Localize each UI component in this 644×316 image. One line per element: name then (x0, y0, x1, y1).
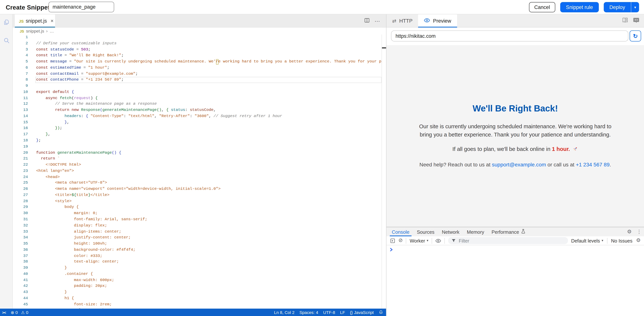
code-line[interactable]: 25 <meta charset="UTF-8"> (13, 180, 382, 186)
code-line[interactable]: 21 return ` (13, 156, 382, 162)
code-line[interactable]: 40 .container { (13, 271, 382, 277)
devtools-tabs: ConsoleSourcesNetworkMemoryPerformance (386, 227, 644, 236)
code-line[interactable]: 12 // Serve the maintenance page as a re… (13, 101, 382, 107)
code-line[interactable]: 28 <style> (13, 198, 382, 204)
code-line[interactable]: 9 (13, 83, 382, 89)
code-line[interactable]: 33 align-items: center; (13, 229, 382, 235)
worker-context-dropdown[interactable]: Worker ▾ (410, 238, 428, 243)
code-line[interactable]: 15 }, (13, 120, 382, 125)
deploy-button[interactable]: Deploy (604, 2, 631, 12)
code-line[interactable]: 6const estimatedTime = "1 hour"; (13, 65, 382, 71)
code-line[interactable]: 7const contactEmail = "support@example.c… (13, 71, 382, 77)
console-sidebar-toggle-icon[interactable] (390, 238, 395, 243)
code-line[interactable]: 2// Define your customizable inputs (13, 41, 382, 47)
code-line[interactable]: 32 display: flex; (13, 223, 382, 229)
log-levels-dropdown[interactable]: Default levels ▾ (571, 238, 603, 243)
code-line[interactable]: 35 height: 100vh; (13, 241, 382, 247)
files-icon[interactable] (3, 19, 10, 28)
code-line[interactable]: 34 justify-content: center; (13, 235, 382, 241)
code-line[interactable]: 26 <meta name="viewport" content="width=… (13, 186, 382, 192)
clear-console-icon[interactable]: ⊘ (398, 238, 403, 243)
code-line[interactable]: 10export default { (13, 89, 382, 95)
breadcrumb-more[interactable]: … (50, 29, 54, 33)
devtools-tab-memory[interactable]: Memory (463, 227, 488, 236)
refresh-button[interactable]: ↻ (630, 31, 641, 42)
line-number: 6 (13, 65, 28, 71)
search-icon[interactable] (3, 37, 10, 46)
code-line[interactable]: 18}; (13, 138, 382, 144)
code-line[interactable]: 11 async fetch(request) { (13, 95, 382, 101)
code-line[interactable]: 39 } (13, 265, 382, 271)
discord-icon[interactable] (633, 17, 640, 25)
code-line[interactable]: 41 max-width: 600px; (13, 277, 382, 283)
console-settings-gear-icon[interactable]: ⚙ (636, 238, 641, 243)
url-input[interactable] (391, 31, 628, 42)
code-line[interactable]: 36 background-color: #f4f4f4; (13, 247, 382, 253)
code-line[interactable]: 43 } (13, 289, 382, 295)
eol-type[interactable]: LF (340, 310, 345, 314)
deploy-dropdown-button[interactable]: ▾ (631, 2, 639, 12)
console-filter[interactable] (448, 237, 568, 244)
code-line[interactable]: 31 font-family: Arial, sans-serif; (13, 216, 382, 222)
more-actions-icon[interactable]: ⋯ (374, 18, 380, 24)
code-line[interactable]: 24 <head> (13, 174, 382, 180)
code-line[interactable]: 14 headers: { "Content-Type": "text/html… (13, 113, 382, 119)
code-line[interactable]: 16 }); (13, 125, 382, 131)
code-line[interactable]: 37 color: #333; (13, 253, 382, 259)
http-arrows-icon: ⇄ (392, 18, 396, 24)
tab-http[interactable]: ⇄ HTTP (386, 15, 418, 27)
close-tab-icon[interactable]: × (51, 18, 54, 23)
code-line[interactable]: 22 <!DOCTYPE html> (13, 162, 382, 168)
cursor-position[interactable]: Ln 8, Col 2 (274, 310, 294, 314)
devtools-tab-performance[interactable]: Performance (488, 227, 529, 236)
code-line[interactable]: 17 }, (13, 132, 382, 138)
line-number: 8 (13, 77, 28, 83)
encoding[interactable]: UTF-8 (323, 310, 335, 314)
tab-preview[interactable]: Preview (418, 15, 457, 27)
code-line[interactable]: 44 h1 { (13, 295, 382, 301)
cancel-button[interactable]: Cancel (529, 2, 555, 12)
email-link[interactable]: support@example.com (492, 161, 546, 168)
code-line[interactable]: 4const title = "We'll Be Right Back!"; (13, 53, 382, 59)
devtools-settings-gear-icon[interactable]: ⚙ (627, 229, 632, 234)
remote-indicator-icon[interactable]: >< (2, 310, 6, 314)
devtools-kebab-menu-icon[interactable]: ⋮ (636, 229, 642, 234)
status-bar: >< ⊗ 0 ⚠ 0 Ln 8, Col 2 Spaces: 4 UTF-8 L… (0, 308, 386, 316)
code-line[interactable]: 20function generateMaintenancePage() { (13, 150, 382, 156)
code-line[interactable]: 27 <title>${title}</title> (13, 192, 382, 198)
code-line[interactable]: 23<html lang="en"> (13, 168, 382, 174)
code-editor[interactable]: 12// Define your customizable inputs3con… (13, 35, 382, 309)
console-prompt-row[interactable] (386, 245, 644, 253)
split-editor-icon[interactable] (364, 17, 370, 25)
tab-snippet-js[interactable]: JS snippet.js × (15, 15, 55, 28)
snippet-name-input[interactable] (48, 2, 114, 12)
code-line[interactable]: 5const message = "Our site is currently … (13, 59, 382, 65)
issues-counter[interactable]: No Issues (611, 238, 632, 243)
code-line[interactable]: 30 margin: 0; (13, 211, 382, 216)
code-line[interactable]: 38 text-align: center; (13, 259, 382, 265)
devtools-tab-sources[interactable]: Sources (413, 227, 438, 236)
breadcrumb-file[interactable]: snippet.js (26, 29, 44, 33)
language-mode[interactable]: {} JavaScript (350, 310, 374, 314)
code-line[interactable]: 19 (13, 144, 382, 150)
code-line[interactable]: 8const contactPhone = "+1 234 567 89"; (13, 77, 382, 83)
errors-indicator[interactable]: ⊗ 0 ⚠ 0 (11, 310, 28, 314)
phone-link[interactable]: +1 234 567 89 (576, 161, 610, 168)
code-line[interactable]: 3const statusCode = 503; (13, 47, 382, 53)
code-line[interactable]: 45 font-size: 2rem; (13, 301, 382, 307)
code-line[interactable]: 13 return new Response(generateMaintenan… (13, 107, 382, 113)
code-line[interactable]: 1 (13, 35, 382, 41)
indentation[interactable]: Spaces: 4 (300, 310, 318, 314)
notifications-bell-icon[interactable] (379, 310, 383, 315)
breadcrumb[interactable]: JS snippet.js › … (13, 28, 382, 35)
line-number: 12 (13, 101, 28, 107)
code-line[interactable]: 42 padding: 20px; (13, 283, 382, 289)
live-expression-eye-icon[interactable] (435, 239, 441, 243)
filter-input[interactable] (458, 238, 564, 243)
editor-scrollbar[interactable] (382, 35, 386, 309)
code-line[interactable]: 29 body { (13, 204, 382, 210)
devtools-tab-console[interactable]: Console (388, 227, 413, 236)
snippet-rule-button[interactable]: Snippet rule (560, 2, 599, 12)
devtools-tab-network[interactable]: Network (438, 227, 463, 236)
docs-book-icon[interactable] (622, 17, 628, 25)
